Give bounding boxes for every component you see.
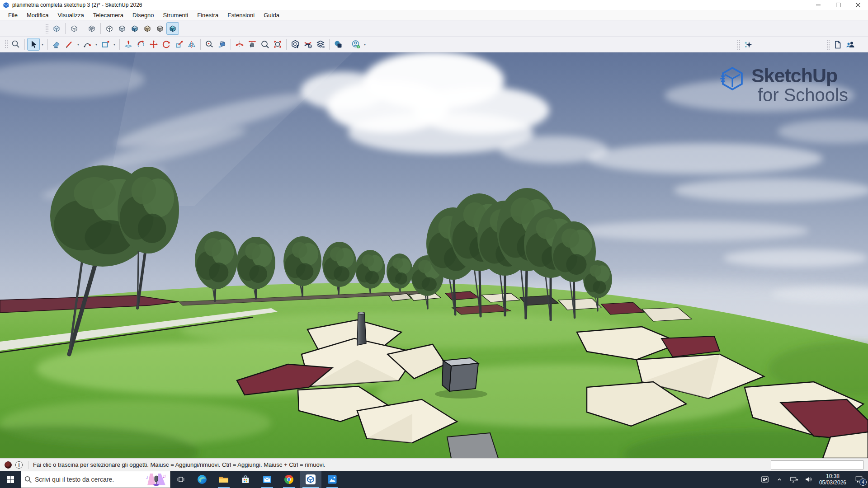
back-edges-cube-icon[interactable] [68, 22, 80, 35]
zoom-extents-icon[interactable] [271, 38, 284, 51]
hidden-icons-chevron-icon[interactable] [772, 471, 787, 488]
toolbar-grip[interactable] [737, 40, 740, 50]
sketchup-window: planimetria completa sketchup 3 (2)* - S… [0, 0, 868, 488]
taskbar-app-sketchup[interactable] [300, 471, 321, 488]
start-icon[interactable] [0, 471, 21, 488]
zoom-tools-icon[interactable] [9, 38, 22, 51]
taskbar-clock[interactable]: 10:38 05/03/2026 [816, 473, 850, 486]
rotate-icon[interactable] [160, 38, 173, 51]
toolbar-separator [119, 39, 120, 50]
components-icon[interactable] [332, 38, 344, 51]
taskbar-app-explorer[interactable] [213, 471, 235, 488]
menu-modifica[interactable]: Modifica [22, 11, 53, 19]
taskbar-search[interactable]: ♪ ♫ [21, 471, 170, 488]
maximize-icon[interactable] [828, 0, 848, 10]
toolbar-grip[interactable] [5, 39, 8, 49]
main-toolbar: ▾ ▾ ▾ ▾ [0, 37, 868, 52]
new-document-icon[interactable] [831, 38, 844, 51]
ai-sparkle-icon[interactable] [742, 38, 755, 51]
menu-finestra[interactable]: Finestra [193, 11, 223, 19]
taskbar-app-store[interactable] [235, 471, 256, 488]
eraser-icon[interactable] [50, 38, 63, 51]
extension-warehouse-icon[interactable] [302, 38, 314, 51]
select-dropdown-chevron-icon[interactable]: ▾ [40, 38, 45, 51]
monochrome-cube-icon[interactable] [154, 22, 166, 35]
current-style-cube-icon[interactable] [166, 22, 179, 35]
arc-dropdown-chevron-icon[interactable]: ▾ [94, 38, 99, 51]
rectangle-icon[interactable] [99, 38, 112, 51]
warehouse-download-icon[interactable] [289, 38, 302, 51]
geolocation-icon[interactable] [5, 461, 12, 469]
menu-estensioni[interactable]: Estensioni [223, 11, 259, 19]
tape-measure-icon[interactable] [203, 38, 216, 51]
publish-layers-icon[interactable] [314, 38, 327, 51]
widgets-icon[interactable] [758, 471, 772, 488]
zoom-icon[interactable] [259, 38, 271, 51]
offset-icon[interactable] [135, 38, 147, 51]
status-message: Fai clic o trascina per selezionare gli … [33, 461, 326, 468]
select-icon[interactable] [27, 38, 40, 51]
minimize-icon[interactable] [808, 0, 828, 10]
menu-visualizza[interactable]: Visualizza [53, 11, 88, 19]
search-icon [24, 475, 32, 483]
push-pull-icon[interactable] [122, 38, 135, 51]
hidden-line-cube-icon[interactable] [103, 22, 116, 35]
search-input[interactable] [35, 476, 143, 483]
photos-icon [327, 474, 338, 485]
toolbar-grip[interactable] [45, 23, 48, 33]
close-icon[interactable] [848, 0, 868, 10]
karaoke-mic-graphic: ♪ ♫ [146, 473, 167, 486]
sketchup-logo-icon [3, 2, 9, 9]
line-dropdown-chevron-icon[interactable]: ▾ [75, 38, 81, 51]
account-icon[interactable] [349, 38, 362, 51]
taskbar-app-edge[interactable] [191, 471, 213, 488]
menu-file[interactable]: File [4, 11, 22, 19]
collaborators-icon[interactable] [844, 38, 857, 51]
menu-telecamera[interactable]: Telecamera [89, 11, 128, 19]
menu-strumenti[interactable]: Strumenti [159, 11, 193, 19]
toolbar-separator [329, 39, 330, 50]
arc-icon[interactable] [81, 38, 94, 51]
rectangle-dropdown-chevron-icon[interactable]: ▾ [112, 38, 117, 51]
notifications-icon[interactable]: 4 [850, 471, 868, 488]
toolbar-separator [83, 23, 83, 34]
toolbar-grip[interactable] [826, 40, 830, 50]
taskbar-app-chrome[interactable] [278, 471, 300, 488]
volume-icon[interactable] [801, 471, 816, 488]
pan-icon[interactable] [246, 38, 259, 51]
viewport-3d[interactable]: SketchUp for Schools [0, 52, 868, 458]
wireframe-cube-icon[interactable] [85, 22, 98, 35]
x-ray-cube-icon[interactable] [50, 22, 63, 35]
gray-slab [447, 433, 498, 458]
menu-disegno[interactable]: Disegno [128, 11, 159, 19]
menu-guida[interactable]: Guida [259, 11, 284, 19]
svg-text:♫: ♫ [162, 473, 166, 479]
toolbar-separator [100, 23, 101, 34]
network-icon[interactable] [787, 471, 801, 488]
sketchup-icon [305, 474, 316, 485]
toolbar-separator [286, 39, 287, 50]
shaded-cube-icon[interactable] [116, 22, 128, 35]
account-dropdown-chevron-icon[interactable]: ▾ [362, 38, 368, 51]
ai-toolbar [736, 38, 755, 52]
toolbar-separator [231, 39, 231, 50]
info-icon[interactable]: i [15, 461, 23, 469]
toolbar-separator [200, 39, 201, 50]
shaded-textures-cube-icon[interactable] [128, 22, 141, 35]
edge-icon [197, 474, 208, 485]
toolbar-separator [24, 39, 25, 50]
flip-icon[interactable] [185, 38, 198, 51]
move-icon[interactable] [147, 38, 160, 51]
orbit-icon[interactable] [233, 38, 246, 51]
system-tray: 10:38 05/03/2026 4 [758, 471, 868, 488]
textured-cube-icon[interactable] [141, 22, 154, 35]
scale-icon[interactable] [173, 38, 185, 51]
task-view-icon[interactable] [170, 471, 191, 488]
line-icon[interactable] [63, 38, 75, 51]
menubar: File Modifica Visualizza Telecamera Dise… [0, 10, 868, 20]
clock-date: 05/03/2026 [819, 479, 846, 486]
measurements-input[interactable] [771, 460, 863, 469]
taskbar-app-mail[interactable] [256, 471, 278, 488]
taskbar-app-photos[interactable] [321, 471, 343, 488]
paint-bucket-icon[interactable] [216, 38, 228, 51]
